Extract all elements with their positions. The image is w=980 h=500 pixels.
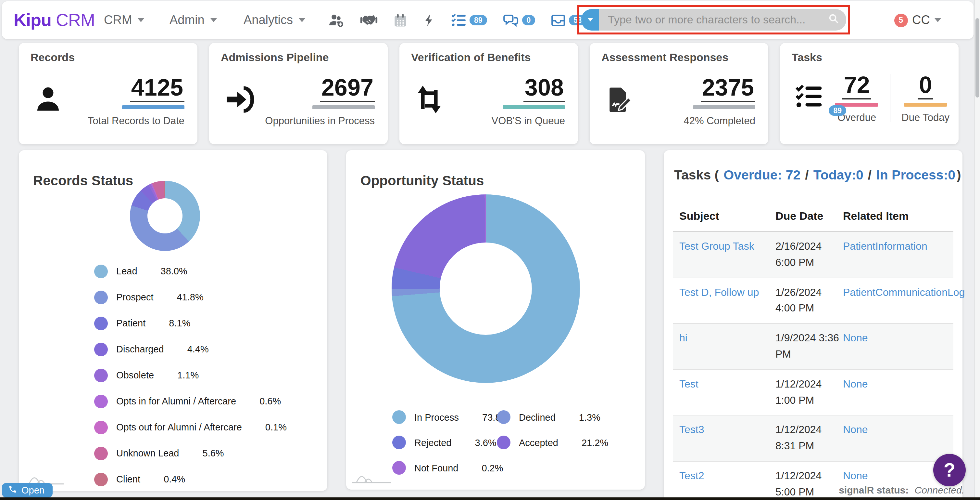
tasks-panel: Tasks (Overdue: 72/Today:0/In Process:0)… [664,150,963,500]
table-row: hi 1/9/2024 3:36 PM None [673,324,953,370]
task-list-icon[interactable]: 89 [451,12,487,28]
legend-label: Opts in for Alumni / Aftercare [116,396,236,406]
task-related-item-link[interactable]: PatientInformation [843,239,953,271]
tasks-filter-link-1[interactable]: Today:0 [813,167,864,182]
task-subject-link[interactable]: Test [679,377,775,409]
signalr-status: signalR status: Connected. [839,484,964,495]
task-related-item-link[interactable]: None [843,377,953,409]
task-subject-link[interactable]: Test2 [679,468,775,500]
stat-card: Assessment Responses 2375 42% Completed [590,43,768,144]
legend-label: Opts out for Alumni / Aftercare [116,422,242,432]
open-call-button[interactable]: Open [2,483,53,497]
overdue-metric[interactable]: 72 Overdue [835,73,878,123]
chevron-down-icon [587,18,593,21]
records-status-legend: Lead38.0%Prospect41.8%Patient8.1%Dischar… [94,258,287,492]
legend-swatch [94,264,108,278]
legend-value: 5.6% [203,448,224,458]
legend-item[interactable]: Unknown Lead5.6% [94,440,287,466]
tasks-filter-link-2[interactable]: In Process:0 [876,167,955,182]
chat-icon[interactable]: 0 [502,11,535,29]
stat-card: Verification of Benefits 308 VOB'S in Qu… [399,43,578,144]
due-today-value: 0 [918,73,933,99]
stat-card-label: Total Records to Date [88,115,185,127]
lightning-icon[interactable] [423,12,436,28]
stat-card-title: Tasks [792,51,947,64]
repeat-icon [414,84,445,118]
legend-label: Client [116,474,140,484]
menu-analytics[interactable]: Analytics [243,1,305,39]
legend-swatch [392,436,406,449]
calendar-icon[interactable] [393,13,408,28]
chevron-down-icon [935,18,941,22]
legend-item[interactable]: Client0.4% [94,466,287,492]
handshake-icon[interactable] [360,11,378,29]
add-user-icon[interactable] [328,12,345,29]
due-today-metric[interactable]: 0 Due Today [901,73,950,123]
task-related-item-link[interactable]: None [843,422,953,454]
due-today-bar [904,103,947,107]
legend-item[interactable]: Declined1.3% [497,410,608,424]
sign-in-icon [223,84,255,118]
annotation-highlight-search [578,5,850,34]
records-status-donut-chart[interactable] [130,181,200,251]
legend-item[interactable]: Accepted21.2% [497,436,608,449]
tasks-summary-separator: / [868,167,872,182]
legend-swatch [94,290,108,304]
legend-item[interactable]: Rejected3.6% [392,436,497,449]
legend-item[interactable]: Discharged4.4% [94,336,287,362]
legend-swatch [94,316,108,330]
help-button[interactable]: ? [933,454,966,486]
tasks-summary-separator: / [805,167,808,182]
legend-value: 21.2% [582,437,608,448]
scrollbar-track[interactable] [974,0,980,500]
legend-item[interactable]: Patient8.1% [94,310,287,336]
table-row: Test 1/12/2024 1:00 PM None [673,370,953,416]
app-logo[interactable]: KipuCRM [14,1,95,39]
task-related-item-link[interactable]: PatientCommunicationLog [843,284,971,317]
logo-brand: Kipu [14,10,51,30]
menu-admin[interactable]: Admin [170,1,217,39]
menu-crm[interactable]: CRM [104,1,145,39]
task-due-date: 1/9/2024 3:36 PM [775,330,843,363]
stat-card-bar [503,105,565,109]
legend-label: Obsolete [116,370,154,380]
task-related-item-link[interactable]: None [843,330,953,363]
opportunity-status-donut-chart[interactable] [391,195,580,383]
legend-item[interactable]: In Process73.8% [392,410,497,424]
task-subject-link[interactable]: Test Group Task [679,239,775,271]
legend-swatch [94,420,108,434]
user-menu[interactable]: 5 CC [894,1,941,39]
notification-badge[interactable]: 5 [894,13,908,27]
legend-item[interactable]: Obsolete1.1% [94,362,287,388]
task-subject-link[interactable]: Test D, Follow up [679,284,775,317]
question-mark-icon: ? [943,459,956,481]
task-due-date: 1/12/2024 1:00 PM [775,377,843,409]
legend-value: 0.2% [482,463,503,473]
legend-item[interactable]: Opts in for Alumni / Aftercare0.6% [94,388,287,414]
legend-item[interactable]: Lead38.0% [94,258,287,284]
task-subject-link[interactable]: hi [679,330,775,363]
tasks-filter-link-0[interactable]: Overdue: 72 [724,167,800,182]
logo-product: CRM [56,10,95,30]
legend-label: Accepted [519,437,558,448]
legend-value: 0.1% [265,422,287,432]
menu-analytics-label: Analytics [243,13,293,27]
navbar: KipuCRM CRM Admin Analytics 890532 [2,1,974,39]
legend-label: Unknown Lead [116,448,179,458]
table-row: Test D, Follow up 1/26/2024 4:00 PM Pati… [673,278,953,324]
legend-swatch [94,395,108,408]
table-row: Test Group Task 2/16/2024 6:00 PM Patien… [673,232,953,278]
task-subject-link[interactable]: Test3 [679,422,775,454]
search-icon[interactable] [827,12,840,27]
legend-value: 0.6% [259,396,281,406]
legend-swatch [497,410,511,424]
tasks-table-body: Test Group Task 2/16/2024 6:00 PM Patien… [673,232,953,500]
legend-item[interactable]: Not Found0.2% [392,461,497,474]
legend-item[interactable]: Opts out for Alumni / Aftercare0.1% [94,414,287,440]
search-input[interactable] [606,13,827,27]
tasks-summary: Tasks (Overdue: 72/Today:0/In Process:0) [674,167,963,183]
search-scope-dropdown[interactable] [581,9,599,30]
scrollbar-thumb[interactable] [975,18,979,97]
legend-item[interactable]: Prospect41.8% [94,284,287,310]
legend-label: Patient [116,318,145,328]
